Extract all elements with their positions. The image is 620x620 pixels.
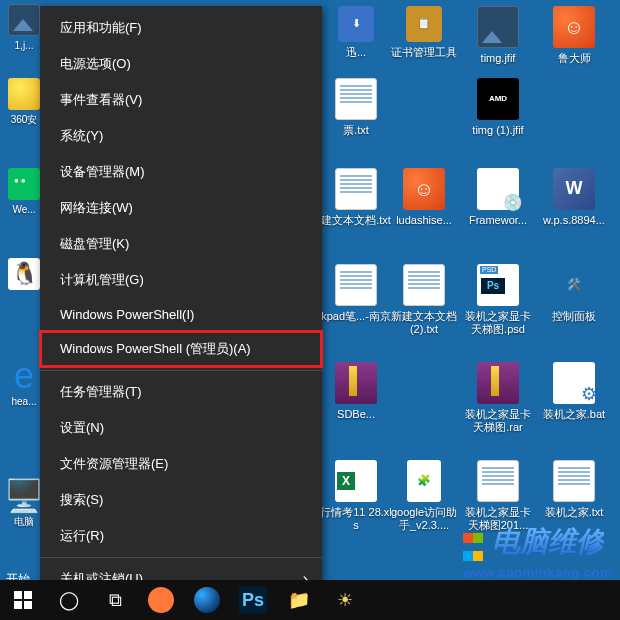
app-icon: ☀ xyxy=(337,589,353,611)
icon-label: 行情考11 28.xls xyxy=(318,506,394,532)
watermark-title: 电脑维修 xyxy=(492,526,604,557)
taskbar-app[interactable] xyxy=(184,580,230,620)
icon-label: w.p.s.8894... xyxy=(536,214,612,227)
desktop-icon[interactable]: 装机之家显卡天梯图.psd xyxy=(460,264,536,336)
task-view-button[interactable]: ⧉ xyxy=(92,580,138,620)
desktop-icon[interactable]: 行情考11 28.xls xyxy=(318,460,394,532)
desktop-icon[interactable]: 票.txt xyxy=(318,78,394,137)
desktop-icon[interactable]: 装机之家显卡天梯图201... xyxy=(460,460,536,532)
desktop-icon[interactable]: 1,j... xyxy=(5,4,43,52)
icon-label: google访问助手_v2.3.... xyxy=(386,506,462,532)
svg-rect-2 xyxy=(14,601,22,609)
menu-network[interactable]: 网络连接(W) xyxy=(40,190,322,226)
taskbar: ◯ ⧉ Ps 📁 ☀ xyxy=(0,580,620,620)
icon-label: 装机之家.bat xyxy=(536,408,612,421)
bat-file-icon xyxy=(553,362,595,404)
desktop-icon[interactable]: kpad笔...-南京 xyxy=(318,264,394,323)
text-file-icon xyxy=(553,460,595,502)
icon-label: 建文本文档.txt xyxy=(318,214,394,227)
menu-device-manager[interactable]: 设备管理器(M) xyxy=(40,154,322,190)
menu-separator xyxy=(40,370,322,371)
icon-label: Framewor... xyxy=(460,214,536,227)
icon-label: 迅... xyxy=(318,46,394,59)
rar-file-icon xyxy=(477,362,519,404)
menu-disk-mgmt[interactable]: 磁盘管理(K) xyxy=(40,226,322,262)
desktop-icon[interactable]: 装机之家显卡天梯图.rar xyxy=(460,362,536,434)
desktop-icon[interactable]: We... xyxy=(5,168,43,216)
desktop-icon[interactable]: 🖥️ 电脑 xyxy=(5,480,43,528)
photoshop-icon: Ps xyxy=(239,586,267,614)
desktop-icon[interactable]: 新建文本文档(2).txt xyxy=(386,264,462,336)
menu-system[interactable]: 系统(Y) xyxy=(40,118,322,154)
menu-powershell-admin[interactable]: Windows PowerShell (管理员)(A) xyxy=(40,331,322,367)
svg-rect-0 xyxy=(14,591,22,599)
winx-context-menu: 应用和功能(F) 电源选项(O) 事件查看器(V) 系统(Y) 设备管理器(M)… xyxy=(40,6,322,620)
icon-label: SDBe... xyxy=(318,408,394,421)
browser-icon xyxy=(194,587,220,613)
desktop-icon[interactable]: W w.p.s.8894... xyxy=(536,168,612,227)
menu-computer-mgmt[interactable]: 计算机管理(G) xyxy=(40,262,322,298)
cert-tool-icon: 📋 xyxy=(406,6,442,42)
desktop-icon[interactable]: SDBe... xyxy=(318,362,394,421)
menu-separator xyxy=(40,557,322,558)
desktop-icon[interactable]: 建文本文档.txt xyxy=(318,168,394,227)
taskbar-app[interactable] xyxy=(138,580,184,620)
text-file-icon xyxy=(335,78,377,120)
qq-icon: 🐧 xyxy=(8,258,40,290)
menu-task-manager[interactable]: 任务管理器(T) xyxy=(40,374,322,410)
start-button[interactable] xyxy=(0,580,46,620)
desktop-icon[interactable]: e hea... xyxy=(5,360,43,408)
amd-icon: AMD xyxy=(477,78,519,120)
desktop-icon[interactable]: 装机之家.bat xyxy=(536,362,612,421)
ludashi-icon xyxy=(403,168,445,210)
desktop-icon[interactable]: 📋 证书管理工具 xyxy=(386,6,462,59)
icon-label: 360安 xyxy=(5,114,43,126)
circle-icon: ◯ xyxy=(59,589,79,611)
menu-run[interactable]: 运行(R) xyxy=(40,518,322,554)
desktop-icon[interactable]: ⬇ 迅... xyxy=(318,6,394,59)
text-file-icon xyxy=(335,168,377,210)
taskbar-app[interactable]: ☀ xyxy=(322,580,368,620)
icon-label: 控制面板 xyxy=(536,310,612,323)
ie-icon: e xyxy=(8,360,40,392)
desktop-icon[interactable]: ludashise... xyxy=(386,168,462,227)
menu-event-viewer[interactable]: 事件查看器(V) xyxy=(40,82,322,118)
image-file-icon xyxy=(8,4,40,36)
wechat-icon xyxy=(8,168,40,200)
ludashi-icon xyxy=(553,6,595,48)
icon-label: 鲁大师 xyxy=(536,52,612,65)
taskbar-app[interactable]: Ps xyxy=(230,580,276,620)
desktop-icon[interactable]: 装机之家.txt xyxy=(536,460,612,519)
cortana-button[interactable]: ◯ xyxy=(46,580,92,620)
desktop-icon[interactable]: 360安 xyxy=(5,78,43,126)
icon-label: ludashise... xyxy=(386,214,462,227)
desktop-icon[interactable]: 🛠️ 控制面板 xyxy=(536,264,612,323)
control-panel-icon: 🛠️ xyxy=(553,264,595,306)
desktop-icon[interactable]: Framewor... xyxy=(460,168,536,227)
desktop-icon[interactable]: 鲁大师 xyxy=(536,6,612,65)
icon-label: 新建文本文档(2).txt xyxy=(386,310,462,336)
desktop-icon[interactable]: timg.jfif xyxy=(460,6,536,65)
icon-label: timg (1).jfif xyxy=(460,124,536,137)
taskbar-app[interactable]: 📁 xyxy=(276,580,322,620)
icon-label: timg.jfif xyxy=(460,52,536,65)
menu-apps-features[interactable]: 应用和功能(F) xyxy=(40,10,322,46)
watermark: 电脑维修 www.caominkang.com xyxy=(463,523,612,580)
menu-settings[interactable]: 设置(N) xyxy=(40,410,322,446)
desktop-icon[interactable]: AMD timg (1).jfif xyxy=(460,78,536,137)
desktop-icon[interactable]: 🧩 google访问助手_v2.3.... xyxy=(386,460,462,532)
crx-file-icon: 🧩 xyxy=(407,460,441,502)
menu-power-options[interactable]: 电源选项(O) xyxy=(40,46,322,82)
wps-icon: W xyxy=(553,168,595,210)
icon-label: 装机之家显卡天梯图.rar xyxy=(460,408,536,434)
360-icon xyxy=(8,78,40,110)
icon-label: 证书管理工具 xyxy=(386,46,462,59)
svg-rect-3 xyxy=(24,601,32,609)
desktop-icon[interactable]: 🐧 xyxy=(5,258,43,294)
task-view-icon: ⧉ xyxy=(109,590,122,611)
app-icon: ⬇ xyxy=(338,6,374,42)
menu-explorer[interactable]: 文件资源管理器(E) xyxy=(40,446,322,482)
icon-label: 电脑 xyxy=(5,516,43,528)
menu-powershell[interactable]: Windows PowerShell(I) xyxy=(40,298,322,331)
menu-search[interactable]: 搜索(S) xyxy=(40,482,322,518)
